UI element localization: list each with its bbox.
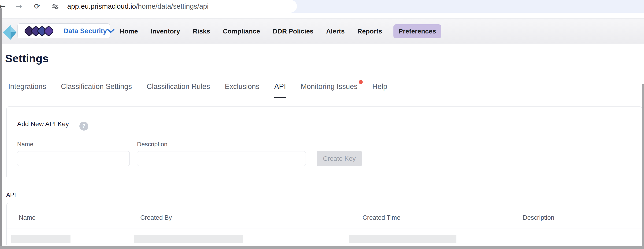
app-header: Data Security Home Inventory Risks Compl… — [0, 18, 644, 44]
url-path: /home/data/settings/api — [136, 2, 209, 10]
name-input[interactable] — [17, 151, 130, 166]
reload-icon[interactable]: ⟳ — [31, 0, 43, 13]
browser-toolbar: ← → ⟳ app.eu.prismacloud.io/home/data/se… — [0, 0, 644, 13]
description-input[interactable] — [137, 151, 306, 166]
nav-item-inventory[interactable]: Inventory — [149, 24, 182, 38]
data-security-icon — [23, 25, 60, 37]
site-settings-icon[interactable] — [49, 2, 62, 11]
name-label: Name — [17, 141, 33, 148]
table-header-divider — [6, 228, 642, 229]
description-label: Description — [137, 141, 168, 148]
main-nav: Home Inventory Risks Compliance DDR Poli… — [118, 18, 441, 44]
chevron-down-icon — [107, 28, 115, 33]
tab-monitoring-issues-label: Monitoring Issues — [301, 82, 358, 91]
column-header-created-time: Created Time — [362, 214, 400, 221]
add-api-key-card: Add New API Key ? Name Description Creat… — [6, 106, 642, 177]
url-text[interactable]: app.eu.prismacloud.io/home/data/settings… — [67, 0, 209, 13]
product-switcher-label: Data Security — [64, 27, 107, 35]
tab-classification-settings[interactable]: Classification Settings — [61, 80, 132, 98]
nav-item-reports[interactable]: Reports — [356, 24, 384, 38]
notification-dot — [359, 80, 363, 84]
product-switcher[interactable]: Data Security — [17, 23, 110, 38]
nav-item-preferences[interactable]: Preferences — [394, 24, 441, 38]
api-keys-table: Name Created By Created Time Description — [6, 203, 642, 245]
nav-item-home[interactable]: Home — [118, 24, 139, 38]
column-header-name: Name — [19, 214, 36, 221]
add-api-key-title: Add New API Key — [17, 120, 69, 128]
column-header-created-by: Created By — [140, 214, 172, 221]
chrome-gap — [0, 13, 644, 18]
forward-icon[interactable]: → — [13, 0, 24, 13]
tab-exclusions[interactable]: Exclusions — [225, 80, 260, 98]
nav-item-risks[interactable]: Risks — [191, 24, 212, 38]
tabs-divider — [0, 98, 644, 98]
screen-edge-left — [0, 8, 2, 249]
help-icon[interactable]: ? — [80, 122, 88, 131]
nav-item-ddr-policies[interactable]: DDR Policies — [271, 24, 315, 38]
screen-edge-bottom — [0, 246, 644, 249]
loading-skeleton-name — [11, 235, 70, 243]
column-header-description: Description — [523, 214, 554, 221]
screen-edge-right — [642, 84, 644, 246]
tab-integrations[interactable]: Integrations — [8, 80, 46, 98]
tab-monitoring-issues[interactable]: Monitoring Issues — [301, 80, 358, 98]
loading-skeleton-created-time — [349, 235, 456, 243]
settings-tabs: Integrations Classification Settings Cla… — [8, 80, 387, 98]
tab-classification-rules[interactable]: Classification Rules — [146, 80, 210, 98]
page-title: Settings — [5, 52, 48, 65]
loading-skeleton-created-by — [134, 235, 242, 243]
nav-item-compliance[interactable]: Compliance — [222, 24, 262, 38]
api-section-title: API — [6, 191, 16, 199]
nav-item-alerts[interactable]: Alerts — [325, 24, 346, 38]
create-key-button[interactable]: Create Key — [316, 151, 362, 166]
tab-api[interactable]: API — [274, 80, 286, 98]
url-domain: app.eu.prismacloud.io — [67, 2, 136, 10]
tab-help[interactable]: Help — [372, 80, 387, 98]
